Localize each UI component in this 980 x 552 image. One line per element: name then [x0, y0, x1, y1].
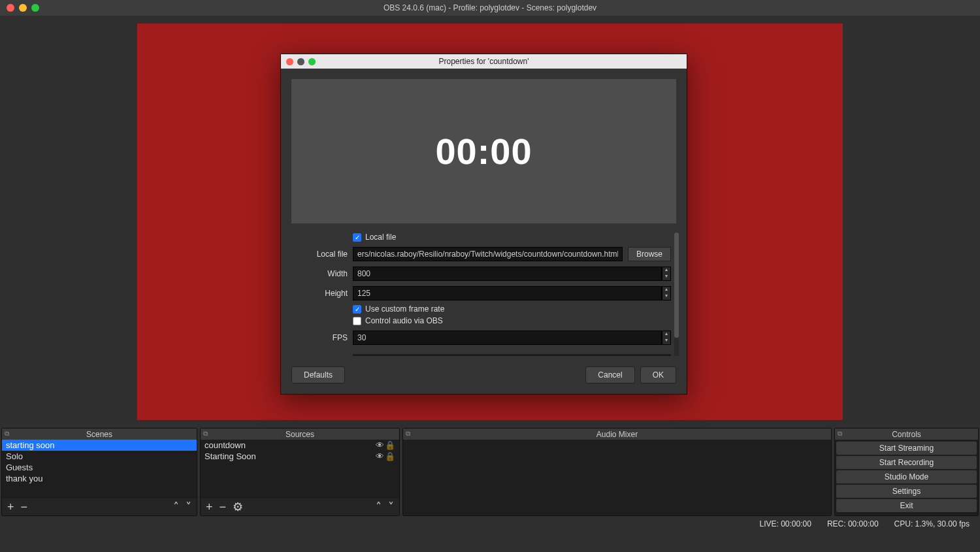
scenes-toolbar: + − ˄ ˅ [2, 498, 197, 515]
close-dialog-icon[interactable] [286, 58, 293, 65]
height-spinner[interactable]: ▲▼ [662, 286, 671, 300]
local-file-checkbox[interactable]: ✓ [353, 233, 361, 242]
lock-icon[interactable]: 🔒 [385, 451, 395, 461]
mixer-title: Audio Mixer [596, 430, 638, 439]
control-audio-label: Control audio via OBS [365, 316, 443, 325]
mixer-header: ⧉ Audio Mixer [403, 429, 831, 440]
scene-item[interactable]: thank you [2, 473, 197, 484]
add-source-icon[interactable]: + [206, 501, 213, 513]
close-window-icon[interactable] [7, 4, 14, 12]
move-scene-up-icon[interactable]: ˄ [173, 501, 179, 513]
countdown-text: 00:00 [435, 130, 532, 172]
window-title: OBS 24.0.6 (mac) - Profile: polyglotdev … [0, 3, 980, 12]
width-input[interactable] [353, 267, 662, 281]
properties-dialog: Properties for 'countdown' 00:00 ✓ Local… [280, 54, 687, 395]
source-label: Starting Soon [204, 451, 374, 461]
dock-popout-icon[interactable]: ⧉ [838, 430, 842, 438]
visibility-icon[interactable]: 👁 [374, 440, 385, 450]
browse-button[interactable]: Browse [628, 247, 671, 261]
exit-button[interactable]: Exit [836, 499, 977, 512]
studio-mode-button[interactable]: Studio Mode [836, 470, 977, 483]
width-row: Width ▲▼ [291, 267, 671, 281]
move-source-down-icon[interactable]: ˅ [388, 501, 394, 513]
source-item[interactable]: Starting Soon👁🔒 [201, 451, 399, 462]
dock-popout-icon[interactable]: ⧉ [5, 430, 9, 438]
control-audio-checkbox[interactable] [353, 317, 361, 325]
custom-frame-rate-row: ✓ Use custom frame rate [353, 304, 671, 314]
bottom-docks: ⧉ Scenes starting soonSoloGueststhank yo… [0, 428, 980, 516]
source-label: countdown [204, 440, 374, 450]
main-titlebar: OBS 24.0.6 (mac) - Profile: polyglotdev … [0, 0, 980, 16]
dialog-traffic-lights [286, 58, 316, 65]
status-bar: LIVE: 00:00:00 REC: 00:00:00 CPU: 1.3%, … [0, 516, 980, 532]
start-recording-button[interactable]: Start Recording [836, 456, 977, 469]
height-input[interactable] [353, 286, 662, 300]
dock-popout-icon[interactable]: ⧉ [406, 430, 410, 438]
controls-dock: ⧉ Controls Start StreamingStart Recordin… [834, 428, 979, 516]
status-rec: REC: 00:00:00 [827, 519, 879, 528]
width-spinner[interactable]: ▲▼ [662, 267, 671, 281]
dialog-body: 00:00 ✓ Local file Local file Browse Wid… [281, 69, 687, 394]
fps-label: FPS [291, 333, 348, 342]
form-scrollbar[interactable] [674, 233, 679, 356]
width-label: Width [291, 269, 348, 278]
local-file-label: Local file [291, 250, 348, 259]
controls-header: ⧉ Controls [835, 429, 978, 440]
scenes-dock: ⧉ Scenes starting soonSoloGueststhank yo… [1, 428, 197, 516]
local-file-checkbox-label: Local file [365, 233, 396, 242]
cancel-button[interactable]: Cancel [585, 366, 634, 383]
visibility-icon[interactable]: 👁 [374, 451, 385, 461]
sources-toolbar: + − ⚙ ˄ ˅ [201, 498, 399, 515]
dialog-title: Properties for 'countdown' [281, 57, 687, 66]
defaults-button[interactable]: Defaults [291, 366, 345, 383]
add-scene-icon[interactable]: + [7, 501, 14, 513]
source-preview: 00:00 [291, 79, 676, 223]
status-live: LIVE: 00:00:00 [759, 519, 811, 528]
local-file-checkbox-row: ✓ Local file [353, 233, 671, 242]
custom-frame-rate-checkbox[interactable]: ✓ [353, 305, 361, 314]
minimize-window-icon[interactable] [19, 4, 27, 12]
audio-mixer-dock: ⧉ Audio Mixer [402, 428, 832, 516]
local-file-input[interactable] [353, 247, 623, 261]
lock-icon[interactable]: 🔒 [385, 440, 395, 450]
fps-spinner[interactable]: ▲▼ [662, 331, 671, 345]
move-scene-down-icon[interactable]: ˅ [186, 501, 191, 513]
dialog-buttons: Defaults Cancel OK [291, 356, 676, 383]
scene-item[interactable]: starting soon [2, 440, 197, 451]
settings-button[interactable]: Settings [836, 485, 977, 498]
zoom-window-icon[interactable] [31, 4, 39, 12]
minimize-dialog-icon [297, 58, 304, 65]
remove-source-icon[interactable]: − [220, 501, 227, 513]
source-properties-icon[interactable]: ⚙ [233, 501, 243, 513]
fps-row: FPS ▲▼ [291, 331, 671, 345]
status-cpu: CPU: 1.3%, 30.00 fps [894, 519, 970, 528]
start-streaming-button[interactable]: Start Streaming [836, 442, 977, 455]
scenes-list[interactable]: starting soonSoloGueststhank you [2, 440, 197, 498]
dock-popout-icon[interactable]: ⧉ [203, 430, 208, 438]
scrollbar-thumb[interactable] [674, 233, 679, 338]
control-audio-row: Control audio via OBS [353, 316, 671, 325]
sources-dock: ⧉ Sources countdown👁🔒Starting Soon👁🔒 + −… [200, 428, 400, 516]
form-separator [353, 354, 671, 356]
ok-button[interactable]: OK [640, 366, 676, 383]
controls-title: Controls [892, 430, 921, 439]
window-traffic-lights [7, 4, 39, 12]
scene-item[interactable]: Solo [2, 451, 197, 462]
custom-frame-rate-label: Use custom frame rate [365, 304, 444, 314]
fps-input[interactable] [353, 331, 662, 345]
scene-item[interactable]: Guests [2, 462, 197, 473]
dialog-titlebar[interactable]: Properties for 'countdown' [281, 54, 687, 69]
properties-form: ✓ Local file Local file Browse Width ▲▼ … [291, 233, 676, 356]
sources-title: Sources [286, 430, 314, 439]
sources-list[interactable]: countdown👁🔒Starting Soon👁🔒 [201, 440, 399, 498]
move-source-up-icon[interactable]: ˄ [376, 501, 382, 513]
remove-scene-icon[interactable]: − [21, 501, 28, 513]
zoom-dialog-icon[interactable] [308, 58, 316, 65]
controls-list: Start StreamingStart RecordingStudio Mod… [835, 440, 978, 515]
mixer-body [403, 440, 831, 515]
sources-header: ⧉ Sources [201, 429, 399, 440]
scenes-title: Scenes [86, 430, 112, 439]
source-item[interactable]: countdown👁🔒 [201, 440, 399, 451]
height-row: Height ▲▼ [291, 286, 671, 300]
height-label: Height [291, 289, 348, 298]
